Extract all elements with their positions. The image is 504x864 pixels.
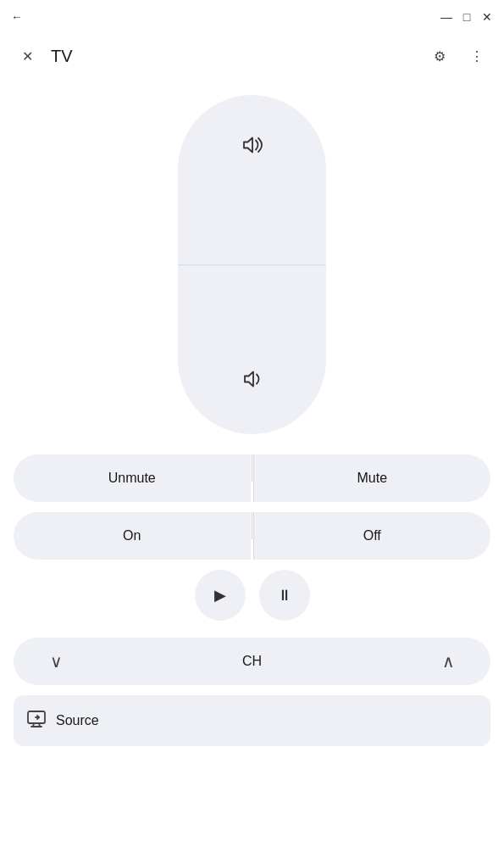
- minimize-button[interactable]: —: [440, 10, 453, 24]
- unmute-button[interactable]: Unmute: [14, 454, 251, 502]
- volume-section: [0, 95, 504, 434]
- page-title: TV: [51, 47, 73, 66]
- header-left: ✕ TV: [14, 42, 73, 70]
- pause-button[interactable]: ⏸: [259, 570, 310, 621]
- more-icon[interactable]: ⋮: [463, 42, 490, 70]
- power-row: On Off: [14, 512, 490, 560]
- title-bar: ← — □ ✕: [0, 0, 504, 34]
- window-controls: — □ ✕: [440, 10, 494, 24]
- channel-up-button[interactable]: ∧: [406, 638, 490, 685]
- volume-up-button[interactable]: [178, 95, 326, 265]
- close-icon[interactable]: ✕: [14, 42, 41, 70]
- volume-down-icon: [242, 370, 263, 393]
- maximize-button[interactable]: □: [460, 10, 474, 24]
- mute-button[interactable]: Mute: [253, 454, 491, 502]
- mute-row: Unmute Mute: [14, 454, 490, 502]
- back-button[interactable]: ←: [10, 10, 24, 24]
- channel-row: ∨ CH ∧: [14, 638, 490, 685]
- window-close-button[interactable]: ✕: [480, 10, 494, 24]
- play-button[interactable]: ▶: [195, 570, 246, 621]
- settings-icon[interactable]: ⚙: [426, 42, 453, 70]
- playback-row: ▶ ⏸: [0, 570, 504, 621]
- volume-pill: [178, 95, 326, 434]
- header-right: ⚙ ⋮: [426, 42, 490, 70]
- app-header: ✕ TV ⚙ ⋮: [0, 34, 504, 78]
- on-button[interactable]: On: [14, 512, 251, 560]
- source-row[interactable]: Source: [14, 695, 490, 746]
- volume-up-icon: [241, 136, 263, 159]
- channel-label: CH: [98, 654, 406, 669]
- source-icon: [27, 711, 46, 732]
- off-button[interactable]: Off: [253, 512, 491, 560]
- volume-down-button[interactable]: [178, 265, 326, 435]
- channel-down-button[interactable]: ∨: [14, 638, 98, 685]
- source-label: Source: [56, 713, 99, 728]
